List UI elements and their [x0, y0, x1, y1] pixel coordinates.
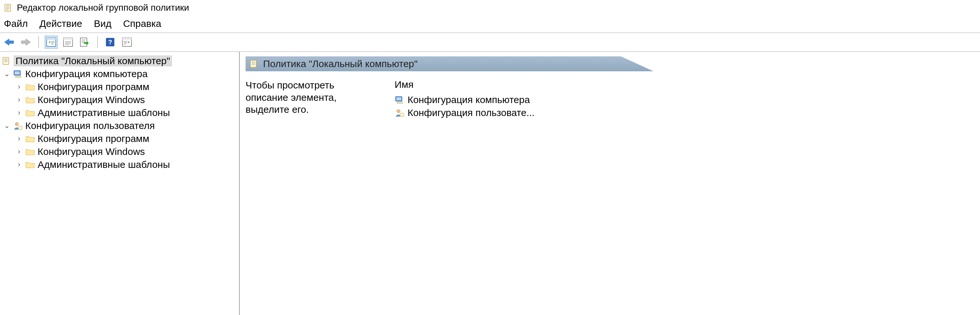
svg-rect-26: [123, 38, 132, 40]
tree-computer-config[interactable]: ⌄ Конфигурация компьютера: [0, 67, 239, 80]
menu-action[interactable]: Действие: [40, 18, 82, 29]
chevron-down-icon[interactable]: ⌄: [3, 121, 10, 130]
svg-rect-8: [47, 38, 56, 40]
toolbar-separator-2: [97, 36, 98, 48]
detail-pane: Политика "Локальный компьютер" Чтобы про…: [240, 52, 980, 315]
tree-root-label: Политика "Локальный компьютер": [14, 56, 172, 67]
tree-user-admin[interactable]: › Административные шаблоны: [0, 158, 239, 171]
tree-computer-label: Конфигурация компьютера: [25, 68, 148, 80]
show-hide-tree-button[interactable]: [45, 36, 58, 49]
user-icon: [395, 108, 404, 118]
user-icon: [13, 121, 23, 130]
tree-root-node[interactable]: Политика "Локальный компьютер": [0, 54, 239, 67]
list-item-label: Конфигурация компьютера: [407, 94, 530, 105]
computer-icon: [395, 95, 404, 105]
menu-file[interactable]: Файл: [4, 18, 28, 29]
menu-view[interactable]: Вид: [94, 18, 111, 29]
tree-item-label: Административные шаблоны: [38, 159, 170, 170]
detail-body: Чтобы просмотреть описание элемента, выд…: [245, 76, 974, 119]
folder-icon: [25, 134, 35, 143]
tree-user-config[interactable]: ⌄ Конфигурация пользователя: [0, 119, 239, 132]
show-hide-action-pane-button[interactable]: [121, 36, 134, 49]
svg-rect-45: [396, 97, 401, 100]
chevron-right-icon[interactable]: ›: [16, 83, 23, 91]
svg-rect-46: [397, 102, 403, 103]
folder-icon: [25, 82, 35, 92]
toolbar-separator: [38, 36, 39, 48]
export-list-button[interactable]: [78, 36, 91, 49]
tree-pane: Политика "Локальный компьютер" ⌄ Конфигу…: [0, 52, 240, 315]
chevron-right-icon[interactable]: ›: [16, 108, 23, 117]
folder-icon: [25, 147, 35, 156]
window-title: Редактор локальной групповой политики: [17, 3, 189, 13]
folder-icon: [25, 95, 35, 105]
help-button[interactable]: ?: [104, 36, 117, 49]
app-icon: [3, 3, 13, 13]
tree-item-label: Конфигурация Windows: [38, 94, 145, 105]
properties-button[interactable]: [62, 36, 75, 49]
window-root: Редактор локальной групповой политики Фа…: [0, 0, 980, 315]
chevron-right-icon[interactable]: ›: [16, 95, 23, 104]
detail-header: Политика "Локальный компьютер": [245, 56, 974, 71]
chevron-down-icon[interactable]: ⌄: [3, 70, 10, 78]
svg-rect-31: [3, 57, 9, 65]
folder-icon: [25, 108, 35, 118]
split-container: Политика "Локальный компьютер" ⌄ Конфигу…: [0, 52, 980, 315]
tree-computer-admin[interactable]: › Административные шаблоны: [0, 106, 239, 119]
tree-computer-software[interactable]: › Конфигурация программ: [0, 80, 239, 93]
tree-item-label: Конфигурация Windows: [38, 146, 145, 157]
svg-point-47: [397, 110, 400, 113]
policy-icon: [1, 56, 11, 66]
svg-text:?: ?: [108, 38, 112, 46]
toolbar: ?: [0, 33, 980, 52]
detail-list: Имя Конфигурация компьютера Конфигурация…: [395, 79, 974, 119]
svg-point-38: [15, 123, 19, 126]
list-item-user[interactable]: Конфигурация пользовате...: [395, 106, 974, 119]
svg-rect-0: [5, 4, 11, 11]
tree-user-label: Конфигурация пользователя: [25, 120, 155, 131]
folder-icon: [25, 160, 35, 170]
tree-user-software[interactable]: › Конфигурация программ: [0, 132, 239, 145]
tree-item-label: Конфигурация программ: [38, 133, 150, 144]
chevron-right-icon[interactable]: ›: [16, 135, 23, 143]
tree-item-label: Конфигурация программ: [38, 81, 150, 92]
list-item-computer[interactable]: Конфигурация компьютера: [395, 93, 974, 106]
svg-rect-40: [250, 60, 256, 67]
description-text: Чтобы просмотреть описание элемента, выд…: [245, 79, 375, 119]
svg-rect-48: [400, 113, 404, 117]
column-header-name[interactable]: Имя: [395, 79, 974, 90]
menu-help[interactable]: Справка: [123, 18, 161, 29]
tree-user-windows[interactable]: › Конфигурация Windows: [0, 145, 239, 158]
titlebar: Редактор локальной групповой политики: [0, 0, 980, 16]
svg-rect-37: [15, 76, 21, 78]
tree-computer-windows[interactable]: › Конфигурация Windows: [0, 93, 239, 106]
svg-rect-39: [19, 126, 22, 130]
computer-icon: [13, 69, 23, 79]
detail-header-title: Политика "Локальный компьютер": [263, 58, 418, 69]
tree: Политика "Локальный компьютер" ⌄ Конфигу…: [0, 54, 239, 171]
svg-marker-6: [21, 39, 30, 45]
svg-marker-5: [5, 39, 14, 45]
svg-rect-18: [80, 38, 87, 46]
policy-icon: [249, 59, 259, 69]
svg-rect-36: [14, 71, 20, 75]
svg-rect-14: [64, 38, 73, 40]
chevron-right-icon[interactable]: ›: [16, 161, 23, 169]
chevron-right-icon[interactable]: ›: [16, 148, 23, 156]
forward-button[interactable]: [19, 36, 32, 49]
list-item-label: Конфигурация пользовате...: [407, 107, 535, 118]
back-button[interactable]: [3, 36, 16, 49]
tree-item-label: Административные шаблоны: [38, 107, 170, 118]
menubar: Файл Действие Вид Справка: [0, 16, 980, 33]
